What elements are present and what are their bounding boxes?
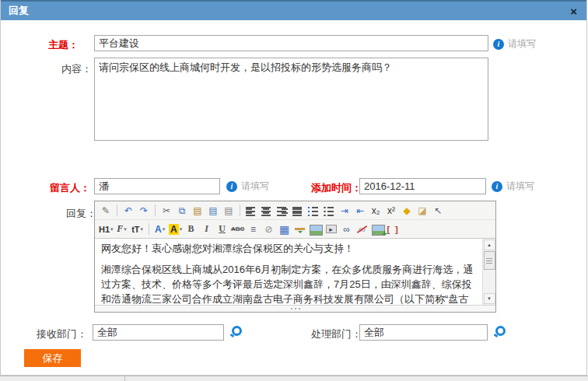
editor-paragraph: 网友您好！衷心感谢您对湘潭综合保税区的关心与支持！ bbox=[101, 241, 476, 256]
receive-dept-search-icon[interactable] bbox=[229, 326, 241, 337]
subject-hint: i 请填写 bbox=[493, 37, 536, 51]
unordered-list-icon[interactable] bbox=[322, 204, 336, 218]
add-time-input[interactable] bbox=[359, 178, 486, 194]
content-textarea[interactable]: 请问宗保区的线上商城何时开发，是以招投标的形势选服务商吗？ bbox=[94, 58, 488, 141]
author-label: 留言人： bbox=[50, 181, 90, 195]
align-justify-icon[interactable] bbox=[291, 204, 305, 218]
align-center-icon[interactable] bbox=[260, 204, 274, 218]
author-input[interactable] bbox=[94, 178, 220, 194]
dialog-header: 回复 × bbox=[1, 0, 586, 20]
fullscreen-icon[interactable]: [ ] bbox=[387, 222, 401, 236]
toolbar-separator bbox=[117, 204, 117, 216]
content-label: 内容： bbox=[61, 62, 92, 76]
align-right-icon[interactable] bbox=[275, 204, 289, 218]
line-height-icon[interactable]: ≡ bbox=[247, 222, 261, 236]
font-color-icon[interactable]: A▾ bbox=[153, 222, 167, 236]
redo-icon[interactable]: ↷ bbox=[137, 204, 151, 218]
bold-icon[interactable]: B bbox=[184, 222, 198, 236]
align-left-icon[interactable] bbox=[244, 204, 258, 218]
dialog-title: 回复 bbox=[9, 4, 29, 18]
outdent-icon[interactable]: ⇤ bbox=[353, 204, 367, 218]
superscript-icon[interactable]: x² bbox=[384, 204, 398, 218]
subscript-icon[interactable]: x₂ bbox=[369, 204, 383, 218]
scroll-down-icon[interactable]: ▼ bbox=[484, 293, 495, 304]
hint-text: 请填写 bbox=[508, 37, 536, 51]
paste-icon[interactable]: ▤ bbox=[191, 204, 205, 218]
heading-icon[interactable]: H1▾ bbox=[99, 222, 114, 236]
format-brush-icon[interactable]: ◆ bbox=[400, 204, 414, 218]
ordered-list-icon[interactable] bbox=[306, 204, 320, 218]
remove-format-icon[interactable]: ⊘ bbox=[262, 222, 276, 236]
scroll-up-icon[interactable]: ▲ bbox=[484, 239, 495, 250]
link-icon[interactable]: ∞ bbox=[340, 222, 354, 236]
subject-input[interactable] bbox=[94, 35, 488, 51]
editor-content-wrap: 网友您好！衷心感谢您对湘潭综合保税区的关心与支持！湘潭综合保税区线上商城从201… bbox=[95, 239, 495, 305]
close-icon[interactable]: × bbox=[570, 5, 577, 17]
undo-icon[interactable]: ↶ bbox=[121, 204, 135, 218]
receive-dept-label: 接收部门： bbox=[37, 327, 87, 341]
background-strip bbox=[0, 376, 588, 381]
hint-text: 请填写 bbox=[241, 180, 269, 193]
strikethrough-icon[interactable]: ABC bbox=[231, 222, 245, 236]
save-button[interactable]: 保存 bbox=[24, 349, 81, 367]
scrollbar-thumb[interactable] bbox=[484, 251, 495, 270]
underline-icon[interactable]: U bbox=[215, 222, 229, 236]
toolbar-separator bbox=[149, 223, 149, 235]
add-time-label: 添加时间： bbox=[311, 181, 362, 195]
info-icon: i bbox=[493, 39, 504, 50]
add-time-hint: i 请填写 bbox=[492, 180, 534, 193]
indent-icon[interactable]: ⇥ bbox=[338, 204, 352, 218]
info-icon: i bbox=[226, 181, 237, 192]
background-divider bbox=[124, 376, 125, 381]
subject-label: 主题： bbox=[48, 38, 79, 52]
font-name-icon[interactable]: F▾ bbox=[115, 222, 129, 236]
paste-text-icon[interactable]: ▤ bbox=[222, 204, 236, 218]
multi-image-icon[interactable] bbox=[371, 222, 385, 236]
handle-dept-input[interactable] bbox=[359, 324, 488, 341]
paste-word-icon[interactable]: ▤ bbox=[206, 204, 220, 218]
table-icon[interactable]: ▦ bbox=[278, 222, 292, 236]
image-icon[interactable] bbox=[309, 222, 323, 236]
editor-toolbar-row1: ✎↶↷✂⧉▤▤▤⇥⇤x₂x²◆◪↖ bbox=[95, 201, 495, 220]
editor-toolbar-row2: H1▾F▾tT▾A▾A▾BIUABC≡⊘▦▸∞∞[ ] bbox=[95, 220, 495, 239]
copy-icon[interactable]: ⧉ bbox=[175, 204, 189, 218]
toolbar-separator bbox=[240, 204, 240, 216]
rich-text-editor: ✎↶↷✂⧉▤▤▤⇥⇤x₂x²◆◪↖ H1▾F▾tT▾A▾A▾BIUABC≡⊘▦▸… bbox=[94, 201, 496, 313]
handle-dept-search-icon[interactable] bbox=[493, 326, 505, 337]
select-all-icon[interactable]: ↖ bbox=[431, 204, 445, 218]
editor-scrollbar[interactable]: ▲ ▼ bbox=[482, 239, 495, 305]
clear-format-icon[interactable]: ◪ bbox=[415, 204, 429, 218]
editor-paragraph: 湘潭综合保税区线上商城从2016年6月初制定方案，在众多优质服务商进行海选，通过… bbox=[101, 262, 476, 305]
source-icon[interactable]: ✎ bbox=[99, 204, 113, 218]
cut-icon[interactable]: ✂ bbox=[159, 204, 173, 218]
editor-resize-handle[interactable] bbox=[95, 305, 495, 312]
reply-label: 回复： bbox=[66, 207, 96, 221]
reply-dialog: 回复 × 主题： i 请填写 内容： 请问宗保区的线上商城何时开发，是以招投标的… bbox=[0, 0, 587, 376]
author-hint: i 请填写 bbox=[226, 180, 269, 193]
media-icon[interactable]: ▸ bbox=[324, 222, 338, 236]
editor-content[interactable]: 网友您好！衷心感谢您对湘潭综合保税区的关心与支持！湘潭综合保税区线上商城从201… bbox=[95, 239, 482, 305]
italic-icon[interactable]: I bbox=[200, 222, 214, 236]
highlight-color-icon[interactable]: A▾ bbox=[169, 222, 183, 236]
horizontal-rule-icon[interactable] bbox=[293, 222, 307, 236]
font-size-icon[interactable]: tT▾ bbox=[131, 222, 145, 236]
unlink-icon[interactable]: ∞ bbox=[355, 222, 369, 236]
handle-dept-label: 处理部门： bbox=[311, 327, 362, 341]
receive-dept-input[interactable] bbox=[93, 324, 224, 341]
toolbar-separator bbox=[155, 204, 156, 216]
info-icon: i bbox=[492, 181, 502, 192]
hint-text: 请填写 bbox=[506, 180, 534, 193]
